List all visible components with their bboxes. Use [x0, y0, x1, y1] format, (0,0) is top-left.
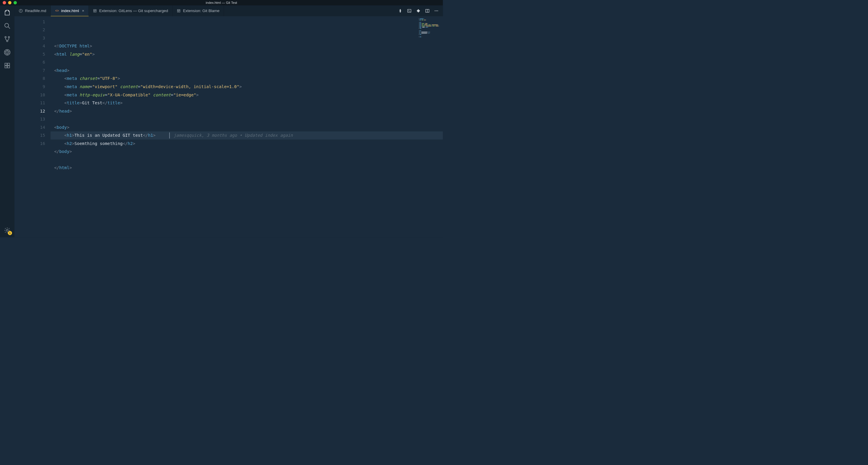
code-line[interactable]: <!DOCTYPE html>	[51, 42, 443, 51]
preview-icon	[177, 9, 181, 13]
source-control-icon[interactable]	[3, 35, 11, 43]
tab-label: ReadMe.md	[25, 8, 46, 13]
svg-rect-15	[7, 66, 9, 68]
svg-point-32	[436, 10, 437, 11]
code-line[interactable]: <h2>Soemthing something</h2>	[51, 139, 443, 147]
line-number: 13	[14, 115, 45, 124]
tab-readme-md[interactable]: ReadMe.md	[14, 5, 51, 16]
window-close-button[interactable]	[3, 1, 6, 4]
minimap[interactable]	[418, 18, 440, 33]
line-number: 9	[14, 83, 45, 91]
window-maximize-button[interactable]	[13, 1, 17, 4]
info-icon	[19, 9, 23, 13]
code-line[interactable]	[51, 115, 443, 124]
code-line[interactable]: <meta name="viewport" content="width=dev…	[51, 83, 443, 91]
code-line[interactable]: </head>	[51, 107, 443, 115]
tab-label: Extension: GitLens — Git supercharged	[99, 8, 168, 13]
svg-rect-13	[7, 63, 9, 65]
code-line[interactable]: <title>Git Test</title>	[51, 99, 443, 107]
editor-actions	[394, 5, 443, 16]
tab-index-html[interactable]: index.html×	[51, 5, 89, 16]
code-line[interactable]: <meta http-equiv="X-UA-Compatible" conte…	[51, 91, 443, 99]
window-minimize-button[interactable]	[8, 1, 11, 4]
line-number-gutter: 12345678910111213141516	[14, 16, 51, 237]
activity-bar: 1	[0, 5, 14, 237]
line-number: 16	[14, 139, 45, 147]
line-number: 5	[14, 50, 45, 58]
code-area[interactable]: <!DOCTYPE html><html lang="en"><head> <m…	[51, 16, 443, 237]
editor[interactable]: 12345678910111213141516 <!DOCTYPE html><…	[14, 16, 443, 237]
code-line[interactable]: </html>	[51, 164, 443, 172]
extensions-icon[interactable]	[3, 62, 11, 70]
code-line[interactable]	[51, 58, 443, 67]
line-number: 11	[14, 99, 45, 107]
split-editor-icon[interactable]	[425, 8, 430, 13]
more-actions-icon[interactable]	[434, 8, 439, 13]
svg-line-8	[5, 52, 6, 52]
svg-point-3	[8, 37, 10, 38]
line-number: 1	[14, 18, 45, 26]
line-number: 7	[14, 67, 45, 75]
open-changes-icon[interactable]	[407, 8, 412, 13]
svg-point-19	[21, 10, 21, 10]
line-number: 2	[14, 26, 45, 34]
svg-point-31	[435, 10, 435, 11]
code-line[interactable]: <meta charset="UTF-8">	[51, 74, 443, 83]
svg-rect-14	[5, 66, 7, 68]
tab-bar: ReadMe.mdindex.html×Extension: GitLens —…	[14, 5, 443, 16]
svg-point-16	[6, 229, 8, 231]
tab-extension-gitlens-git-supercharged[interactable]: Extension: GitLens — Git supercharged	[89, 5, 173, 16]
svg-point-0	[5, 23, 8, 27]
line-number: 4	[14, 42, 45, 51]
gitlens-blame: jamesqquick, 3 months ago • Updated inde…	[174, 131, 293, 140]
line-number: 10	[14, 91, 45, 99]
line-number: 15	[14, 131, 45, 140]
explorer-icon[interactable]	[3, 9, 11, 17]
svg-line-1	[8, 27, 10, 29]
search-icon[interactable]	[3, 22, 11, 30]
tab-label: Extension: Git Blame	[183, 8, 220, 13]
window-title: index.html — Git Test	[0, 1, 443, 5]
tab-label: index.html	[61, 8, 79, 13]
preview-icon	[93, 9, 97, 13]
code-line[interactable]: <body>	[51, 123, 443, 131]
titlebar: index.html — Git Test	[0, 0, 443, 5]
svg-point-33	[437, 10, 438, 11]
settings-icon[interactable]: 1	[3, 226, 11, 234]
code-line[interactable]	[51, 156, 443, 164]
close-icon[interactable]: ×	[82, 8, 84, 13]
svg-rect-12	[5, 63, 7, 65]
editor-group: ReadMe.mdindex.html×Extension: GitLens —…	[14, 5, 443, 237]
line-number: 3	[14, 34, 45, 42]
text-cursor	[169, 132, 169, 138]
line-number: 6	[14, 58, 45, 67]
settings-badge: 1	[8, 231, 12, 235]
line-number: 8	[14, 74, 45, 83]
line-number: 12	[14, 107, 45, 115]
gitlens-icon[interactable]	[416, 8, 421, 13]
tab-extension-git-blame[interactable]: Extension: Git Blame	[173, 5, 224, 16]
code-line[interactable]: <h1>This is an Updated GIT test</h1>jame…	[51, 131, 443, 140]
debug-icon[interactable]	[3, 48, 11, 56]
svg-line-10	[8, 52, 9, 52]
svg-point-2	[5, 37, 6, 38]
code-icon	[55, 8, 59, 13]
code-line[interactable]: <head>	[51, 67, 443, 75]
code-line[interactable]: </body>	[51, 147, 443, 156]
compare-changes-icon[interactable]	[398, 8, 403, 13]
line-number: 14	[14, 123, 45, 131]
code-line[interactable]: <html lang="en">	[51, 50, 443, 58]
window-controls	[0, 1, 17, 4]
